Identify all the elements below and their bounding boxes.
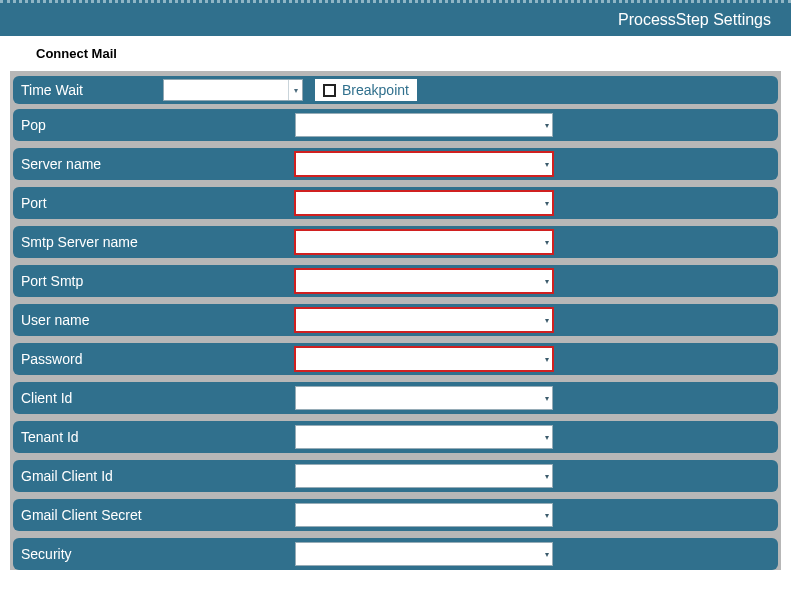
- field-select[interactable]: ▾: [295, 152, 553, 176]
- field-select[interactable]: ▾: [295, 425, 553, 449]
- field-label: Gmail Client Id: [21, 468, 295, 484]
- time-wait-row: Time Wait ▾ Breakpoint: [13, 76, 778, 104]
- field-label: Tenant Id: [21, 429, 295, 445]
- form-area: Time Wait ▾ Breakpoint Pop▾Server name▾P…: [10, 71, 781, 570]
- field-label: Client Id: [21, 390, 295, 406]
- field-label: Smtp Server name: [21, 234, 295, 250]
- field-select[interactable]: ▾: [295, 269, 553, 293]
- field-row: Client Id▾: [13, 382, 778, 414]
- field-select[interactable]: ▾: [295, 308, 553, 332]
- chevron-down-icon: ▾: [545, 309, 549, 331]
- chevron-down-icon: ▾: [545, 504, 549, 526]
- field-row: Tenant Id▾: [13, 421, 778, 453]
- field-row: Port Smtp▾: [13, 265, 778, 297]
- time-wait-label: Time Wait: [21, 82, 163, 98]
- field-select[interactable]: ▾: [295, 503, 553, 527]
- chevron-down-icon: ▾: [545, 114, 549, 136]
- header-title: ProcessStep Settings: [618, 11, 771, 29]
- field-row: Pop▾: [13, 109, 778, 141]
- chevron-down-icon: ▾: [545, 192, 549, 214]
- page-header: ProcessStep Settings: [0, 0, 791, 36]
- field-select[interactable]: ▾: [295, 386, 553, 410]
- field-label: Port: [21, 195, 295, 211]
- chevron-down-icon: ▾: [545, 348, 549, 370]
- field-row: Smtp Server name▾: [13, 226, 778, 258]
- field-row: Server name▾: [13, 148, 778, 180]
- chevron-down-icon: ▾: [545, 153, 549, 175]
- chevron-down-icon: ▾: [288, 80, 302, 100]
- field-select[interactable]: ▾: [295, 542, 553, 566]
- field-row: Gmail Client Id▾: [13, 460, 778, 492]
- field-row: Port▾: [13, 187, 778, 219]
- field-select[interactable]: ▾: [295, 230, 553, 254]
- field-select[interactable]: ▾: [295, 464, 553, 488]
- field-row: User name▾: [13, 304, 778, 336]
- breakpoint-toggle[interactable]: Breakpoint: [313, 77, 419, 103]
- chevron-down-icon: ▾: [545, 426, 549, 448]
- field-select[interactable]: ▾: [295, 191, 553, 215]
- field-label: Security: [21, 546, 295, 562]
- breakpoint-label: Breakpoint: [342, 82, 409, 98]
- field-label: Password: [21, 351, 295, 367]
- field-label: Pop: [21, 117, 295, 133]
- field-row: Security▾: [13, 538, 778, 570]
- field-label: Server name: [21, 156, 295, 172]
- breakpoint-checkbox[interactable]: [323, 84, 336, 97]
- field-label: User name: [21, 312, 295, 328]
- field-label: Port Smtp: [21, 273, 295, 289]
- time-wait-select[interactable]: ▾: [163, 79, 303, 101]
- chevron-down-icon: ▾: [545, 270, 549, 292]
- chevron-down-icon: ▾: [545, 465, 549, 487]
- field-select[interactable]: ▾: [295, 347, 553, 371]
- chevron-down-icon: ▾: [545, 543, 549, 565]
- field-row: Password▾: [13, 343, 778, 375]
- fields-container: Pop▾Server name▾Port▾Smtp Server name▾Po…: [13, 109, 778, 570]
- field-row: Gmail Client Secret▾: [13, 499, 778, 531]
- chevron-down-icon: ▾: [545, 387, 549, 409]
- field-select[interactable]: ▾: [295, 113, 553, 137]
- section-title: Connect Mail: [0, 36, 791, 71]
- chevron-down-icon: ▾: [545, 231, 549, 253]
- field-label: Gmail Client Secret: [21, 507, 295, 523]
